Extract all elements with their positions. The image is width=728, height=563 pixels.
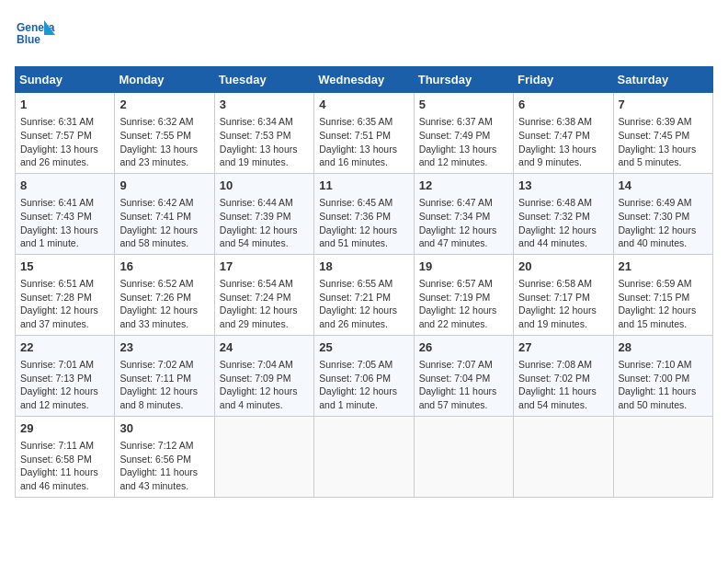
day-cell: 26Sunrise: 7:07 AM Sunset: 7:04 PM Dayli… <box>414 335 513 416</box>
day-info: Sunrise: 6:47 AM Sunset: 7:34 PM Dayligh… <box>419 196 508 250</box>
day-number: 9 <box>119 178 209 194</box>
day-number: 20 <box>518 259 608 275</box>
day-info: Sunrise: 6:41 AM Sunset: 7:43 PM Dayligh… <box>20 196 109 250</box>
day-info: Sunrise: 6:52 AM Sunset: 7:26 PM Dayligh… <box>119 277 209 331</box>
day-info: Sunrise: 6:51 AM Sunset: 7:28 PM Dayligh… <box>20 277 109 331</box>
day-info: Sunrise: 6:57 AM Sunset: 7:19 PM Dayligh… <box>419 277 508 331</box>
calendar: SundayMondayTuesdayWednesdayThursdayFrid… <box>15 66 713 498</box>
day-number: 10 <box>220 178 309 194</box>
day-info: Sunrise: 7:02 AM Sunset: 7:11 PM Dayligh… <box>119 358 209 412</box>
day-cell: 11Sunrise: 6:45 AM Sunset: 7:36 PM Dayli… <box>314 173 414 254</box>
day-number: 2 <box>119 97 209 113</box>
day-info: Sunrise: 7:07 AM Sunset: 7:04 PM Dayligh… <box>419 358 508 412</box>
day-info: Sunrise: 6:35 AM Sunset: 7:51 PM Dayligh… <box>319 115 408 169</box>
week-row-4: 22Sunrise: 7:01 AM Sunset: 7:13 PM Dayli… <box>16 335 713 416</box>
day-info: Sunrise: 6:49 AM Sunset: 7:30 PM Dayligh… <box>619 196 708 250</box>
day-cell: 19Sunrise: 6:57 AM Sunset: 7:19 PM Dayli… <box>414 254 513 335</box>
day-number: 22 <box>20 339 109 356</box>
day-cell: 14Sunrise: 6:49 AM Sunset: 7:30 PM Dayli… <box>613 173 712 254</box>
day-number: 19 <box>419 259 508 275</box>
day-cell: 1Sunrise: 6:31 AM Sunset: 7:57 PM Daylig… <box>16 93 115 174</box>
day-info: Sunrise: 6:58 AM Sunset: 7:17 PM Dayligh… <box>518 277 608 331</box>
day-number: 16 <box>119 259 209 275</box>
day-number: 21 <box>619 259 708 275</box>
day-number: 23 <box>119 339 209 356</box>
day-number: 29 <box>20 420 109 437</box>
day-info: Sunrise: 7:04 AM Sunset: 7:09 PM Dayligh… <box>220 358 309 412</box>
day-info: Sunrise: 6:38 AM Sunset: 7:47 PM Dayligh… <box>518 115 608 169</box>
day-cell <box>214 416 313 497</box>
day-info: Sunrise: 7:11 AM Sunset: 6:58 PM Dayligh… <box>20 439 109 493</box>
day-cell: 27Sunrise: 7:08 AM Sunset: 7:02 PM Dayli… <box>514 335 613 416</box>
week-row-1: 1Sunrise: 6:31 AM Sunset: 7:57 PM Daylig… <box>16 93 713 174</box>
day-info: Sunrise: 7:12 AM Sunset: 6:56 PM Dayligh… <box>119 439 209 493</box>
day-number: 13 <box>518 178 608 194</box>
col-header-saturday: Saturday <box>613 67 712 93</box>
day-number: 8 <box>20 178 109 194</box>
col-header-tuesday: Tuesday <box>214 67 313 93</box>
day-cell: 23Sunrise: 7:02 AM Sunset: 7:11 PM Dayli… <box>115 335 214 416</box>
day-cell <box>414 416 513 497</box>
day-info: Sunrise: 6:44 AM Sunset: 7:39 PM Dayligh… <box>220 196 309 250</box>
day-info: Sunrise: 7:10 AM Sunset: 7:00 PM Dayligh… <box>619 358 708 412</box>
day-number: 11 <box>319 178 408 194</box>
day-cell: 8Sunrise: 6:41 AM Sunset: 7:43 PM Daylig… <box>16 173 115 254</box>
day-number: 27 <box>518 339 608 356</box>
day-cell: 5Sunrise: 6:37 AM Sunset: 7:49 PM Daylig… <box>414 93 513 174</box>
day-number: 3 <box>220 97 309 113</box>
col-header-sunday: Sunday <box>16 67 115 93</box>
day-cell: 30Sunrise: 7:12 AM Sunset: 6:56 PM Dayli… <box>115 416 214 497</box>
day-cell <box>514 416 613 497</box>
col-header-thursday: Thursday <box>414 67 513 93</box>
day-cell: 3Sunrise: 6:34 AM Sunset: 7:53 PM Daylig… <box>214 93 313 174</box>
day-cell: 12Sunrise: 6:47 AM Sunset: 7:34 PM Dayli… <box>414 173 513 254</box>
day-cell: 24Sunrise: 7:04 AM Sunset: 7:09 PM Dayli… <box>214 335 313 416</box>
day-cell: 22Sunrise: 7:01 AM Sunset: 7:13 PM Dayli… <box>16 335 115 416</box>
day-info: Sunrise: 6:54 AM Sunset: 7:24 PM Dayligh… <box>220 277 309 331</box>
week-row-3: 15Sunrise: 6:51 AM Sunset: 7:28 PM Dayli… <box>16 254 713 335</box>
day-number: 1 <box>20 97 109 113</box>
day-cell: 7Sunrise: 6:39 AM Sunset: 7:45 PM Daylig… <box>613 93 712 174</box>
day-number: 7 <box>619 97 708 113</box>
day-cell: 25Sunrise: 7:05 AM Sunset: 7:06 PM Dayli… <box>314 335 414 416</box>
day-info: Sunrise: 6:34 AM Sunset: 7:53 PM Dayligh… <box>220 115 309 169</box>
day-info: Sunrise: 6:39 AM Sunset: 7:45 PM Dayligh… <box>619 115 708 169</box>
day-info: Sunrise: 6:55 AM Sunset: 7:21 PM Dayligh… <box>319 277 408 331</box>
day-number: 18 <box>319 259 408 275</box>
day-number: 14 <box>619 178 708 194</box>
day-cell: 28Sunrise: 7:10 AM Sunset: 7:00 PM Dayli… <box>613 335 712 416</box>
day-info: Sunrise: 6:59 AM Sunset: 7:15 PM Dayligh… <box>619 277 708 331</box>
day-cell: 13Sunrise: 6:48 AM Sunset: 7:32 PM Dayli… <box>514 173 613 254</box>
day-cell: 18Sunrise: 6:55 AM Sunset: 7:21 PM Dayli… <box>314 254 414 335</box>
day-info: Sunrise: 6:32 AM Sunset: 7:55 PM Dayligh… <box>119 115 209 169</box>
day-number: 30 <box>119 420 209 437</box>
week-row-2: 8Sunrise: 6:41 AM Sunset: 7:43 PM Daylig… <box>16 173 713 254</box>
day-number: 17 <box>220 259 309 275</box>
day-number: 26 <box>419 339 508 356</box>
day-number: 12 <box>419 178 508 194</box>
day-info: Sunrise: 6:31 AM Sunset: 7:57 PM Dayligh… <box>20 115 109 169</box>
logo-svg: General Blue <box>15 15 55 55</box>
day-cell: 29Sunrise: 7:11 AM Sunset: 6:58 PM Dayli… <box>16 416 115 497</box>
day-cell: 9Sunrise: 6:42 AM Sunset: 7:41 PM Daylig… <box>115 173 214 254</box>
col-header-friday: Friday <box>514 67 613 93</box>
day-cell: 2Sunrise: 6:32 AM Sunset: 7:55 PM Daylig… <box>115 93 214 174</box>
day-number: 28 <box>619 339 708 356</box>
day-info: Sunrise: 6:48 AM Sunset: 7:32 PM Dayligh… <box>518 196 608 250</box>
day-cell: 20Sunrise: 6:58 AM Sunset: 7:17 PM Dayli… <box>514 254 613 335</box>
col-header-monday: Monday <box>115 67 214 93</box>
day-cell: 15Sunrise: 6:51 AM Sunset: 7:28 PM Dayli… <box>16 254 115 335</box>
day-info: Sunrise: 6:42 AM Sunset: 7:41 PM Dayligh… <box>119 196 209 250</box>
day-cell <box>613 416 712 497</box>
day-info: Sunrise: 7:08 AM Sunset: 7:02 PM Dayligh… <box>518 358 608 412</box>
day-info: Sunrise: 6:45 AM Sunset: 7:36 PM Dayligh… <box>319 196 408 250</box>
day-cell <box>314 416 414 497</box>
day-number: 4 <box>319 97 408 113</box>
day-cell: 6Sunrise: 6:38 AM Sunset: 7:47 PM Daylig… <box>514 93 613 174</box>
day-info: Sunrise: 7:01 AM Sunset: 7:13 PM Dayligh… <box>20 358 109 412</box>
day-cell: 10Sunrise: 6:44 AM Sunset: 7:39 PM Dayli… <box>214 173 313 254</box>
day-info: Sunrise: 7:05 AM Sunset: 7:06 PM Dayligh… <box>319 358 408 412</box>
day-number: 15 <box>20 259 109 275</box>
header: General Blue <box>15 15 713 55</box>
week-row-5: 29Sunrise: 7:11 AM Sunset: 6:58 PM Dayli… <box>16 416 713 497</box>
